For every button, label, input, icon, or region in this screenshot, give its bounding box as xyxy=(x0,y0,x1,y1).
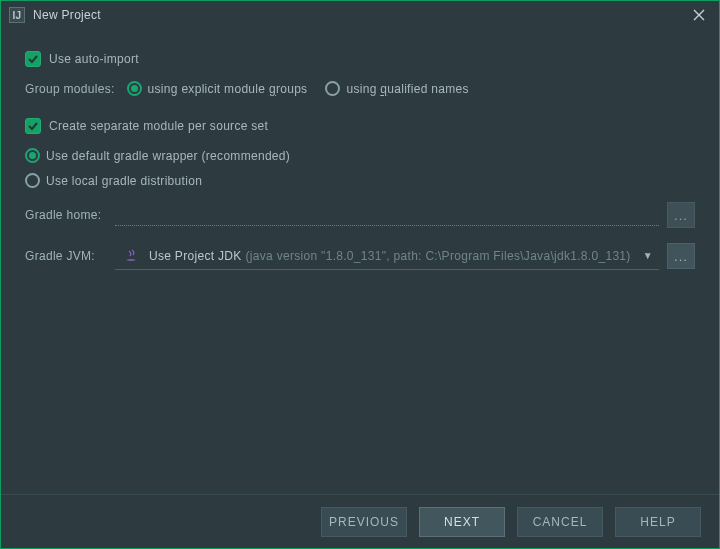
app-icon: IJ xyxy=(9,7,25,23)
gradle-jvm-label: Gradle JVM: xyxy=(25,249,115,263)
gradle-jvm-detail: (java version "1.8.0_131", path: C:\Prog… xyxy=(246,249,631,263)
radio-default-wrapper[interactable] xyxy=(25,148,40,163)
radio-explicit-groups[interactable] xyxy=(127,81,142,96)
radio-qualified-names-label: using qualified names xyxy=(346,82,468,96)
cancel-button[interactable]: CANCEL xyxy=(517,507,603,537)
jdk-icon xyxy=(123,248,139,264)
close-icon[interactable] xyxy=(687,5,711,25)
separate-module-checkbox[interactable] xyxy=(25,118,41,134)
chevron-down-icon: ▼ xyxy=(643,250,653,261)
titlebar: IJ New Project xyxy=(1,1,719,29)
window-title: New Project xyxy=(33,8,687,22)
gradle-jvm-select[interactable]: Use Project JDK (java version "1.8.0_131… xyxy=(115,242,659,270)
next-button[interactable]: NEXT xyxy=(419,507,505,537)
gradle-home-label: Gradle home: xyxy=(25,208,115,222)
radio-default-wrapper-label: Use default gradle wrapper (recommended) xyxy=(46,149,290,163)
gradle-jvm-browse-button[interactable]: ... xyxy=(667,243,695,269)
footer: PREVIOUS NEXT CANCEL HELP xyxy=(1,494,719,548)
gradle-home-input xyxy=(115,204,659,226)
gradle-jvm-value: Use Project JDK xyxy=(149,249,242,263)
radio-explicit-groups-label: using explicit module groups xyxy=(148,82,308,96)
gradle-home-browse-button[interactable]: ... xyxy=(667,202,695,228)
auto-import-label: Use auto-import xyxy=(49,52,139,66)
auto-import-checkbox[interactable] xyxy=(25,51,41,67)
radio-local-distribution[interactable] xyxy=(25,173,40,188)
help-button[interactable]: HELP xyxy=(615,507,701,537)
previous-button[interactable]: PREVIOUS xyxy=(321,507,407,537)
separate-module-label: Create separate module per source set xyxy=(49,119,268,133)
radio-local-distribution-label: Use local gradle distribution xyxy=(46,174,202,188)
group-modules-label: Group modules: xyxy=(25,82,115,96)
content-area: Use auto-import Group modules: using exp… xyxy=(1,29,719,494)
radio-qualified-names[interactable] xyxy=(325,81,340,96)
